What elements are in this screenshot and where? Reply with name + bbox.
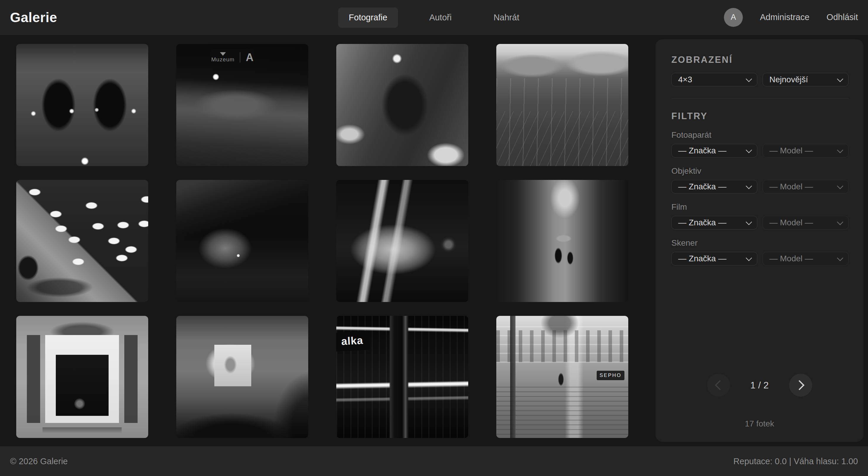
photo-thumbnail-papermaker-portrait[interactable] [336,44,468,166]
chevron-down-icon [746,147,752,153]
display-controls: 4×3 Nejnovější [671,73,848,87]
chevron-down-icon [837,183,843,189]
camera-brand-select[interactable]: — Značka — [671,144,757,158]
filter-label: Film [671,202,848,212]
lens-model-select[interactable]: — Model — [763,180,848,194]
chevron-down-icon [746,183,752,189]
photo-thumbnail-window-with-dog[interactable] [16,316,148,438]
photo-count: 17 fotek [655,419,864,429]
select-value: — Značka — [678,254,726,263]
chevron-down-icon [837,76,843,82]
photo-thumbnail-street-reflection[interactable]: SEPHO [496,316,628,438]
select-value: — Model — [769,218,813,227]
photo-thumbnail-museum-staircase[interactable] [16,44,148,166]
sort-select-value: Nejnovější [769,75,808,84]
link-administrace[interactable]: Administrace [760,12,810,22]
chevron-down-icon [837,255,843,261]
select-value: — Značka — [678,182,726,192]
chevron-left-icon [715,380,725,390]
select-value: — Značka — [678,146,726,156]
select-value: — Model — [769,254,813,263]
photo-thumbnail-metro-platform-skalka[interactable]: alka [336,316,468,438]
select-value: — Model — [769,146,813,156]
sign-station-text: Muzeum [211,56,235,63]
prev-page-button[interactable] [707,374,730,397]
scanner-brand-select[interactable]: — Značka — [671,252,757,265]
tab-fotografie[interactable]: Fotografie [338,7,398,28]
display-heading: ZOBRAZENÍ [671,55,848,65]
photo-thumbnail-umbrella-couple[interactable] [496,180,628,302]
sidebar-divider [671,98,848,99]
sign-station-name: Muzeum [211,52,235,63]
sort-select[interactable]: Nejnovější [763,73,848,87]
film-model-select[interactable]: — Model — [763,216,848,230]
chevron-down-icon [746,255,752,261]
filter-group-film: Film — Značka — — Model — [671,202,848,230]
filter-label: Objektiv [671,166,848,176]
chevron-down-icon [837,219,843,225]
app-logo[interactable]: Galerie [10,9,57,25]
storefront-sign-text: SEPHO [600,372,622,378]
select-value: — Model — [769,182,813,192]
metro-line-letter: A [246,51,253,64]
navbar: Galerie Fotografie Autoři Nahrát A Admin… [0,0,868,35]
photo-thumbnail-metro-entrance-muzeum[interactable]: Muzeum A [176,44,308,166]
page-indicator: 1 / 2 [746,380,773,391]
lens-brand-select[interactable]: — Značka — [671,180,757,194]
chevron-down-icon [837,147,843,153]
sidebar-panel: ZOBRAZENÍ 4×3 Nejnovější FILTRY Fotoapar… [655,39,864,442]
scanner-model-select[interactable]: — Model — [763,252,848,265]
film-brand-select[interactable]: — Značka — [671,216,757,230]
station-sign: alka [336,331,370,351]
main-tabs: Fotografie Autoři Nahrát [338,0,530,35]
sign-divider [240,52,240,63]
copyright-text: © 2026 Galerie [10,456,68,466]
filter-group-objektiv: Objektiv — Značka — — Model — [671,166,848,194]
layout-select-value: 4×3 [678,75,692,84]
layout-select[interactable]: 4×3 [671,73,757,87]
filter-group-fotoaparat: Fotoaparát — Značka — — Model — [671,130,848,158]
station-sign: Muzeum A [211,49,254,66]
navbar-right: A Administrace Odhlásit [724,8,858,27]
reputation-stats: Reputace: 0.0 | Váha hlasu: 1.00 [733,456,858,466]
next-page-button[interactable] [789,374,812,397]
user-avatar[interactable]: A [724,8,743,27]
photo-thumbnail-railway-station[interactable] [496,44,628,166]
filter-group-skener: Skener — Značka — — Model — [671,238,848,265]
filter-label: Fotoaparát [671,130,848,140]
link-odhlasit[interactable]: Odhlásit [827,12,858,22]
chevron-down-icon [746,219,752,225]
filter-label: Skener [671,238,848,248]
filters-heading: FILTRY [671,111,848,122]
footer: © 2026 Galerie Reputace: 0.0 | Váha hlas… [0,446,868,476]
chevron-right-icon [794,380,804,390]
photo-thumbnail-bridge-arch-night[interactable] [176,180,308,302]
photo-thumbnail-wall-relief[interactable] [176,316,308,438]
sign-station-text: alka [341,334,364,348]
photo-thumbnail-swans-on-river[interactable] [16,180,148,302]
camera-model-select[interactable]: — Model — [763,144,848,158]
select-value: — Značka — [678,218,726,227]
photo-grid: Muzeum A alka SEPHO [4,39,640,443]
tab-nahrat[interactable]: Nahrát [483,7,530,28]
tab-autori[interactable]: Autoři [418,7,462,28]
photo-thumbnail-metal-wreck[interactable] [336,180,468,302]
storefront-sign: SEPHO [597,371,625,380]
chevron-down-icon [746,76,752,82]
pagination: 1 / 2 [655,374,864,397]
down-arrow-icon [220,52,226,56]
